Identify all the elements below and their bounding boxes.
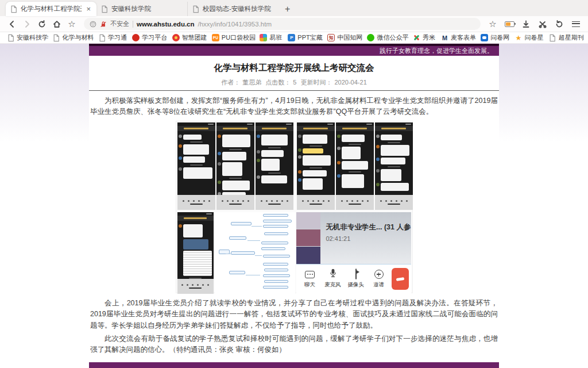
- browser-tab[interactable]: 化学与材料工程学院开展线上考 ×: [6, 2, 96, 16]
- meta-hits-label: 点击数：: [265, 79, 291, 86]
- download-icon[interactable]: [520, 18, 532, 30]
- mikecrm-favicon-icon: M: [441, 34, 448, 41]
- tab-title: 化学与材料工程学院开展线上考: [21, 5, 82, 13]
- bookmark-label: 易班: [269, 33, 282, 42]
- chat-screenshot: [256, 122, 293, 210]
- chat-screenshot: [297, 122, 335, 210]
- menu-icon[interactable]: [570, 18, 582, 30]
- invite-plus-icon: [374, 269, 384, 279]
- bookmark-item[interactable]: 秀米: [409, 33, 437, 42]
- bookmark-item[interactable]: 安徽科技学: [3, 33, 49, 42]
- new-tab-button[interactable]: +: [278, 4, 297, 16]
- bookmark-item[interactable]: 知 中国知网: [324, 33, 363, 42]
- torch-favicon-icon: [172, 34, 180, 41]
- screenshot-scissors-icon[interactable]: [536, 18, 549, 30]
- browser-tab[interactable]: 安徽科技学院 ×: [96, 2, 187, 16]
- bookmark-label: 智慧团建: [182, 33, 207, 42]
- bookmark-label: 秀米: [423, 33, 435, 42]
- bookmark-item[interactable]: 问卷星: [512, 33, 545, 42]
- title-divider: [89, 90, 499, 91]
- toolbar-right: [486, 18, 582, 30]
- cnki-favicon-icon: 知: [327, 34, 335, 41]
- avatar: [296, 229, 320, 246]
- bookmark-item[interactable]: 学习平台: [129, 33, 168, 42]
- article-paragraph: 为积极落实样板支部创建，发挥支部“服务师生有力”，4月19日晚，无机非金属材料工…: [90, 95, 498, 118]
- microphone-icon: [328, 269, 338, 279]
- bookmark-star-icon[interactable]: [486, 18, 499, 30]
- battery-icon[interactable]: [503, 18, 516, 30]
- security-label: 不安全: [110, 20, 129, 28]
- navigation-bar: 不安全 www.ahstu.edu.cn /hxxy/info/1041/395…: [0, 16, 588, 32]
- call-header: 无机非专业学生... (31 人参 02:41:21: [296, 212, 411, 264]
- bookmark-item[interactable]: 化学与材料: [49, 33, 95, 42]
- url-divider: [133, 21, 133, 28]
- tabs: 化学与材料工程学院开展线上考 × 安徽科技学院 × 校园动态-安徽科技学院 ×: [6, 2, 278, 16]
- home-icon[interactable]: [51, 18, 63, 30]
- favorites-icon[interactable]: [65, 18, 78, 30]
- browser-tab[interactable]: 校园动态-安徽科技学院 ×: [187, 2, 278, 16]
- page-icon: [192, 5, 199, 13]
- shield-icon: [90, 21, 96, 28]
- page-icon: [10, 5, 17, 13]
- chat-screenshot: [216, 122, 254, 210]
- bookmark-label: 学习通: [108, 33, 127, 42]
- call-button-label: 摄像头: [347, 281, 364, 289]
- page-favicon-icon: [549, 34, 556, 41]
- bookmarks-bar: 安徽科技学 化学与材料 学习通 学习平台 智慧团建 PU PU口袋校园 易班: [0, 32, 588, 44]
- tab-title: 校园动态-安徽科技学院: [203, 5, 273, 13]
- avatar: [296, 212, 320, 229]
- web-page: 践行子女教育理念，促进学生全面发展。 化学与材料工程学院开展线上考研交流会 作者…: [0, 44, 588, 368]
- bookmark-label: 超星期刊: [559, 33, 584, 42]
- tab-bar: 化学与材料工程学院开展线上考 × 安徽科技学院 × 校园动态-安徽科技学院 × …: [0, 0, 588, 16]
- wechat-favicon-icon: [367, 34, 374, 41]
- page-icon: [101, 5, 108, 13]
- article-paragraph: 会上，2019届毕业生党员介绍了就读学校的专业情况，并分享了自己在考研过程中遇到…: [90, 298, 498, 331]
- call-button-label: 麦克风: [324, 281, 341, 289]
- article-image-collage: 无机非专业学生... (31 人参 02:41:21 聊天: [176, 121, 413, 293]
- bookmark-label: 微信公众平: [377, 33, 408, 42]
- call-button: 麦克风: [322, 269, 345, 289]
- chat-screenshot: [177, 212, 214, 294]
- address-bar[interactable]: 不安全 www.ahstu.edu.cn /hxxy/info/1041/395…: [84, 18, 481, 30]
- bookmark-item[interactable]: M 麦客表单: [438, 33, 477, 42]
- bookmark-item[interactable]: P PPT宝藏: [284, 33, 323, 42]
- back-icon[interactable]: [6, 18, 18, 30]
- bookmark-item[interactable]: 问卷网: [477, 33, 510, 42]
- close-icon[interactable]: ×: [85, 5, 92, 13]
- bookmark-item[interactable]: 超星期刊: [546, 33, 585, 42]
- bookmark-label: PPT宝藏: [297, 33, 322, 42]
- undo-history-icon[interactable]: [553, 18, 566, 30]
- red-circle-favicon-icon: [132, 34, 140, 41]
- reload-icon[interactable]: [36, 18, 48, 30]
- bookmark-item[interactable]: 微信公众平: [363, 33, 409, 42]
- article-title: 化学与材料工程学院开展线上考研交流会: [89, 62, 499, 74]
- tab-title: 安徽科技学院: [111, 5, 183, 13]
- page-footer-bar: [89, 362, 499, 368]
- bookmark-label: 麦客表单: [451, 33, 476, 42]
- mindmap-screenshot: [215, 212, 295, 294]
- bookmark-item[interactable]: 易班: [256, 33, 284, 42]
- meta-updated-label: 更新时间：: [300, 79, 332, 86]
- article-paragraph: 此次交流会有助于备战复试的学子熟悉复试和择校时可能遇到的问题，缓解了考研学子们对…: [90, 334, 498, 356]
- call-timer: 02:41:21: [326, 235, 351, 242]
- meta-author: 董思弟: [242, 79, 261, 86]
- camera-icon: [355, 269, 357, 279]
- bookmark-item[interactable]: 学习通: [95, 33, 128, 42]
- chat-bubble-icon: [305, 269, 315, 279]
- chat-screenshot: [375, 122, 413, 210]
- url-path: /hxxy/info/1041/3953.htm: [198, 21, 272, 28]
- bookmark-item[interactable]: PU PU口袋校园: [208, 33, 256, 42]
- star-favicon-icon: [515, 34, 523, 41]
- qq-call-screenshot: 无机非专业学生... (31 人参 02:41:21 聊天: [296, 212, 411, 294]
- forward-icon[interactable]: [21, 18, 33, 30]
- article-meta: 作者：董思弟 点击数：5 更新时间：2020-04-21: [89, 78, 499, 87]
- call-button-label: 聊天: [304, 281, 315, 289]
- yiban-favicon-icon: [260, 34, 267, 41]
- bookmark-label: 中国知网: [337, 33, 362, 42]
- meta-author-label: 作者：: [221, 79, 240, 86]
- call-group-title: 无机非专业学生... (31 人参: [326, 223, 411, 232]
- ppt-favicon-icon: P: [288, 34, 295, 41]
- hangup-button: [392, 268, 409, 290]
- bookmark-item[interactable]: 智慧团建: [169, 33, 208, 42]
- wenjuan-favicon-icon: [481, 34, 488, 41]
